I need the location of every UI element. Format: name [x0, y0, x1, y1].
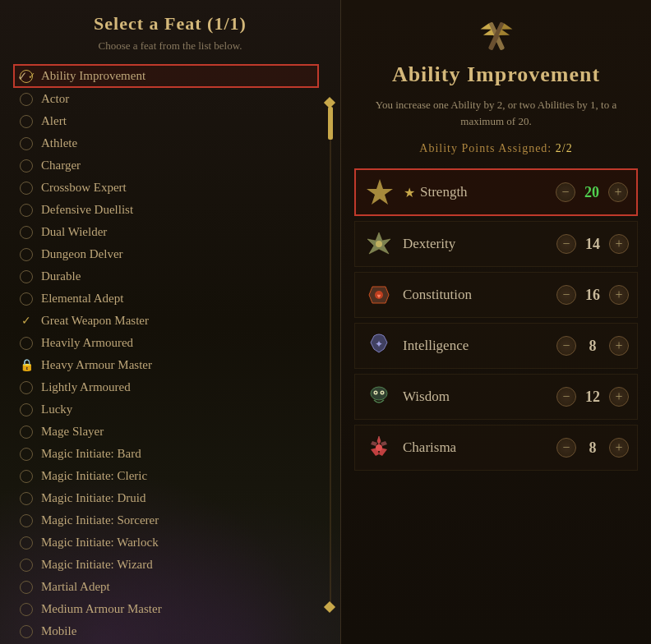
left-panel-content: Select a Feat (1/1) Choose a feat from t…	[0, 0, 340, 644]
wisdom-decrease-button[interactable]: −	[556, 387, 576, 407]
feat-label-great-weapon-master: Great Weapon Master	[41, 314, 149, 328]
constitution-value: 16	[581, 287, 604, 304]
feat-item-medium-armour-master[interactable]: Medium Armour Master	[16, 598, 316, 620]
feat-label-magic-initiate-sorcerer: Magic Initiate: Sorcerer	[41, 513, 159, 527]
feat-radio-elemental-adept	[20, 292, 33, 306]
feat-radio-magic-initiate-druid	[20, 492, 33, 505]
feat-radio-mage-slayer	[20, 426, 33, 439]
feat-item-athlete[interactable]: Athlete	[16, 132, 316, 154]
ability-row-wisdom: Wisdom − 12 +	[354, 374, 638, 420]
intelligence-name: Intelligence	[403, 338, 556, 354]
ability-row-charisma: Charisma − 8 +	[354, 425, 638, 471]
feat-list: ✓ Ability Improvement Actor Alert Athlet…	[0, 64, 340, 644]
strength-decrease-button[interactable]: −	[556, 182, 575, 202]
strength-icon	[364, 177, 395, 208]
feat-item-durable[interactable]: Durable	[16, 265, 316, 288]
feat-radio-heavily-armoured	[20, 337, 33, 350]
feat-item-heavy-armour-master[interactable]: 🔒 Heavy Armour Master	[16, 354, 316, 376]
feat-item-lightly-armoured[interactable]: Lightly Armoured	[16, 376, 316, 398]
feat-item-magic-initiate-cleric[interactable]: Magic Initiate: Cleric	[16, 465, 316, 487]
charisma-name: Charisma	[403, 439, 556, 456]
feat-radio-magic-initiate-wizard	[20, 559, 33, 572]
feat-item-magic-initiate-warlock[interactable]: Magic Initiate: Warlock	[16, 531, 316, 554]
feat-item-charger[interactable]: Charger	[16, 154, 316, 177]
strength-value: 20	[580, 184, 603, 201]
dexterity-increase-button[interactable]: +	[609, 234, 629, 254]
feat-item-dungeon-delver[interactable]: Dungeon Delver	[16, 243, 316, 265]
constitution-increase-button[interactable]: +	[609, 285, 629, 305]
panel-subtitle: Choose a feat from the list below.	[0, 39, 340, 53]
intelligence-icon-svg: ✦	[364, 331, 394, 361]
feat-item-lucky[interactable]: Lucky	[16, 398, 316, 421]
feat-item-magic-initiate-druid[interactable]: Magic Initiate: Druid	[16, 487, 316, 509]
intelligence-icon: ✦	[363, 330, 395, 361]
intelligence-decrease-button[interactable]: −	[556, 336, 576, 356]
charisma-decrease-button[interactable]: −	[556, 438, 576, 458]
feat-icon-image	[477, 16, 516, 56]
feat-item-actor[interactable]: Actor	[16, 88, 316, 110]
feat-radio-dual-wielder	[20, 226, 33, 239]
wisdom-icon-svg	[364, 382, 394, 412]
feat-label-mage-slayer: Mage Slayer	[41, 425, 104, 439]
feat-icon-container	[354, 16, 638, 56]
dexterity-decrease-button[interactable]: −	[556, 234, 576, 254]
feat-item-magic-initiate-wizard[interactable]: Magic Initiate: Wizard	[16, 554, 316, 576]
feat-radio-magic-initiate-sorcerer	[20, 514, 33, 527]
feat-radio-crossbow-expert	[20, 182, 33, 195]
feat-label-charger: Charger	[41, 159, 81, 172]
abilities-container: ★ Strength − 20 + Dexterity − 14 +	[354, 168, 638, 471]
feat-label-actor: Actor	[41, 92, 69, 106]
feat-item-magic-initiate-sorcerer[interactable]: Magic Initiate: Sorcerer	[16, 509, 316, 531]
wisdom-controls: − 12 +	[556, 387, 629, 407]
feat-radio-lucky	[20, 403, 33, 416]
feat-item-heavily-armoured[interactable]: Heavily Armoured	[16, 332, 316, 354]
charisma-icon-svg	[364, 433, 394, 462]
feat-radio-heavy-armour-master: 🔒	[20, 359, 33, 372]
feat-label-medium-armour-master: Medium Armour Master	[41, 602, 162, 616]
wisdom-icon	[363, 381, 395, 412]
ability-points-text: Ability Points Assigned:	[419, 142, 552, 154]
feat-item-mage-slayer[interactable]: Mage Slayer	[16, 421, 316, 443]
feat-item-magic-initiate-bard[interactable]: Magic Initiate: Bard	[16, 443, 316, 465]
feat-label-dual-wielder: Dual Wielder	[41, 225, 107, 239]
feat-radio-defensive-duellist	[20, 204, 33, 217]
charisma-value: 8	[581, 439, 604, 457]
feat-item-dual-wielder[interactable]: Dual Wielder	[16, 221, 316, 243]
dexterity-icon	[363, 228, 395, 260]
charisma-increase-button[interactable]: +	[609, 438, 629, 458]
strength-increase-button[interactable]: +	[608, 182, 628, 202]
feat-label-martial-adept: Martial Adept	[41, 580, 110, 594]
feat-item-mobile[interactable]: Mobile	[16, 620, 316, 642]
feat-item-great-weapon-master[interactable]: ✓ Great Weapon Master	[16, 310, 316, 332]
feat-label-magic-initiate-bard: Magic Initiate: Bard	[41, 447, 141, 461]
ability-row-strength: ★ Strength − 20 +	[354, 168, 638, 216]
dexterity-icon-svg	[364, 229, 394, 259]
feat-radio-mobile	[20, 625, 33, 638]
wisdom-increase-button[interactable]: +	[609, 387, 629, 407]
feat-label-crossbow-expert: Crossbow Expert	[41, 181, 127, 195]
feat-label-dungeon-delver: Dungeon Delver	[41, 247, 123, 261]
feat-radio-martial-adept	[20, 581, 33, 594]
feat-radio-alert	[20, 115, 33, 128]
feat-item-ability-improvement[interactable]: ✓ Ability Improvement	[13, 64, 319, 88]
strength-star: ★	[404, 185, 415, 200]
feat-label-magic-initiate-cleric: Magic Initiate: Cleric	[41, 469, 147, 483]
intelligence-increase-button[interactable]: +	[609, 336, 629, 356]
ability-row-constitution: ♥ Constitution − 16 +	[354, 272, 638, 318]
feat-item-defensive-duellist[interactable]: Defensive Duellist	[16, 199, 316, 221]
feat-item-elemental-adept[interactable]: Elemental Adept	[16, 288, 316, 310]
feat-item-martial-adept[interactable]: Martial Adept	[16, 576, 316, 598]
feat-label-lightly-armoured: Lightly Armoured	[41, 380, 131, 394]
constitution-decrease-button[interactable]: −	[556, 285, 576, 305]
svg-text:♥: ♥	[377, 292, 381, 300]
svg-point-7	[376, 241, 382, 247]
feat-item-alert[interactable]: Alert	[16, 110, 316, 132]
ability-points-value: 2/2	[556, 142, 573, 154]
feat-item-crossbow-expert[interactable]: Crossbow Expert	[16, 177, 316, 199]
feat-label-magic-initiate-druid: Magic Initiate: Druid	[41, 491, 145, 505]
svg-point-16	[376, 444, 382, 451]
ability-points-label: Ability Points Assigned: 2/2	[354, 142, 638, 155]
right-panel: Ability Improvement You increase one Abi…	[341, 0, 651, 644]
dexterity-value: 14	[581, 236, 604, 253]
wisdom-value: 12	[581, 389, 604, 406]
